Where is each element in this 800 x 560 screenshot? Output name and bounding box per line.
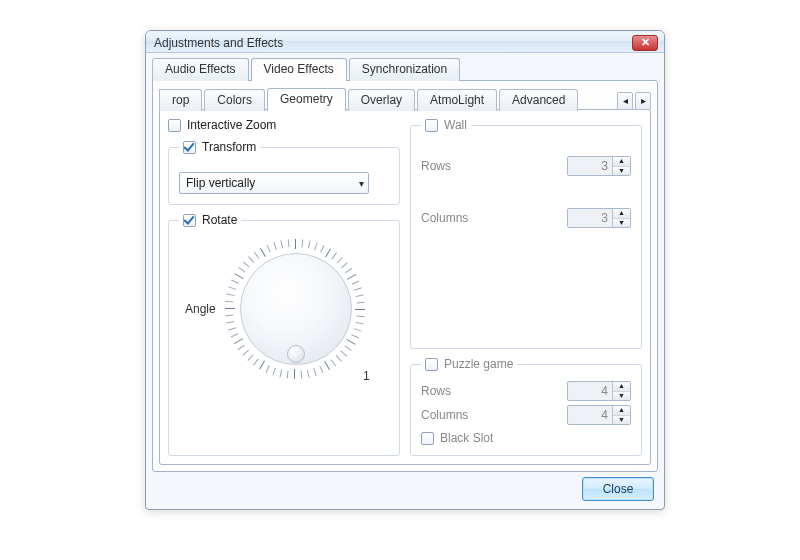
- spin-down-icon[interactable]: ▼: [613, 416, 630, 425]
- titlebar[interactable]: Adjustments and Effects ✕: [146, 31, 664, 53]
- dial-tick-label: 1: [363, 369, 370, 383]
- dial-knob[interactable]: [287, 345, 305, 363]
- puzzle-rows-spinner[interactable]: ▲▼: [567, 381, 631, 401]
- subtab-colors[interactable]: Colors: [204, 89, 265, 111]
- subtab-scroll-left[interactable]: ◂: [617, 92, 633, 110]
- video-effects-panel: rop Colors Geometry Overlay AtmoLight Ad…: [152, 80, 658, 472]
- subtab-atmolight[interactable]: AtmoLight: [417, 89, 497, 111]
- transform-combo[interactable]: Flip vertically ▾: [179, 172, 369, 194]
- black-slot-checkbox[interactable]: Black Slot: [421, 431, 631, 445]
- transform-combo-value: Flip vertically: [186, 176, 255, 190]
- rotate-checkbox[interactable]: Rotate: [183, 213, 237, 227]
- subtab-crop[interactable]: rop: [159, 89, 202, 111]
- spin-up-icon[interactable]: ▲: [613, 209, 630, 219]
- checkbox-box-icon: [183, 141, 196, 154]
- puzzle-rows-label: Rows: [421, 384, 451, 398]
- spin-down-icon[interactable]: ▼: [613, 219, 630, 228]
- puzzle-group: Puzzle game Rows ▲▼: [410, 357, 642, 456]
- close-button[interactable]: Close: [582, 477, 654, 501]
- rotate-group: Rotate Angle 1: [168, 213, 400, 456]
- spin-down-icon[interactable]: ▼: [613, 392, 630, 401]
- adjustments-window: Adjustments and Effects ✕ Audio Effects …: [145, 30, 665, 510]
- chevron-down-icon: ▾: [359, 178, 364, 189]
- tab-synchronization[interactable]: Synchronization: [349, 58, 460, 81]
- rotate-dial[interactable]: 1: [226, 239, 366, 379]
- angle-label: Angle: [185, 302, 216, 316]
- geometry-panel: Interactive Zoom Transform: [159, 109, 651, 465]
- checkbox-box-icon: [425, 358, 438, 371]
- window-title: Adjustments and Effects: [154, 36, 632, 50]
- interactive-zoom-checkbox[interactable]: Interactive Zoom: [168, 118, 400, 132]
- wall-checkbox[interactable]: Wall: [425, 118, 467, 132]
- close-icon[interactable]: ✕: [632, 35, 658, 51]
- spin-up-icon[interactable]: ▲: [613, 382, 630, 392]
- checkbox-box-icon: [183, 214, 196, 227]
- wall-group: Wall Rows ▲▼: [410, 118, 642, 349]
- wall-rows-label: Rows: [421, 159, 451, 173]
- puzzle-checkbox[interactable]: Puzzle game: [425, 357, 513, 371]
- checkbox-box-icon: [421, 432, 434, 445]
- top-tab-row: Audio Effects Video Effects Synchronizat…: [152, 57, 658, 80]
- subtab-overlay[interactable]: Overlay: [348, 89, 415, 111]
- wall-rows-input[interactable]: [568, 157, 612, 175]
- sub-tab-row: rop Colors Geometry Overlay AtmoLight Ad…: [159, 87, 651, 110]
- spin-up-icon[interactable]: ▲: [613, 406, 630, 416]
- checkbox-box-icon: [425, 119, 438, 132]
- tab-audio-effects[interactable]: Audio Effects: [152, 58, 249, 81]
- tab-video-effects[interactable]: Video Effects: [251, 58, 347, 81]
- subtab-scroll-right[interactable]: ▸: [635, 92, 651, 110]
- wall-cols-label: Columns: [421, 211, 468, 225]
- transform-checkbox[interactable]: Transform: [183, 140, 256, 154]
- puzzle-cols-input[interactable]: [568, 406, 612, 424]
- wall-rows-spinner[interactable]: ▲▼: [567, 156, 631, 176]
- checkbox-box-icon: [168, 119, 181, 132]
- wall-cols-input[interactable]: [568, 209, 612, 227]
- transform-group: Transform Flip vertically ▾: [168, 140, 400, 205]
- spin-up-icon[interactable]: ▲: [613, 157, 630, 167]
- subtab-geometry[interactable]: Geometry: [267, 88, 346, 111]
- puzzle-cols-spinner[interactable]: ▲▼: [567, 405, 631, 425]
- puzzle-cols-label: Columns: [421, 408, 468, 422]
- puzzle-rows-input[interactable]: [568, 382, 612, 400]
- wall-cols-spinner[interactable]: ▲▼: [567, 208, 631, 228]
- spin-down-icon[interactable]: ▼: [613, 167, 630, 176]
- subtab-advanced[interactable]: Advanced: [499, 89, 578, 111]
